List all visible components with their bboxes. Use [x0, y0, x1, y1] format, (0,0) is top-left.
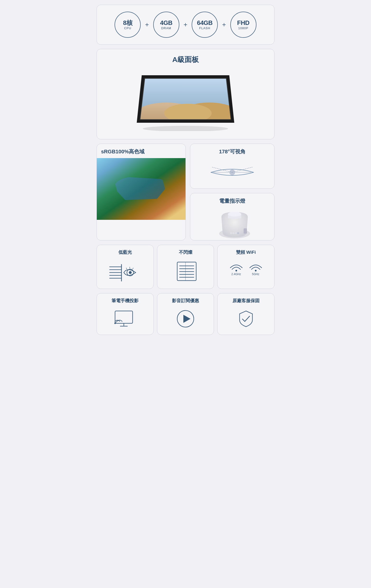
flicker-free-title: 不閃燦: [161, 249, 211, 255]
flash-spec: 64GB FLASH: [192, 12, 218, 38]
wifi-24-label: 2.4GHz: [231, 273, 241, 276]
srgb-title: sRGB100%高色域: [97, 144, 186, 155]
view-angle-title: 178°可視角: [195, 148, 270, 155]
svg-point-20: [232, 232, 234, 234]
svg-line-32: [126, 268, 127, 269]
low-blue-light-icon: [108, 260, 142, 284]
panel-card: A級面板: [97, 49, 274, 139]
three-col-row-1: 低藍光: [97, 245, 274, 289]
wifi-icon: 2.4GHz 5GHz: [229, 260, 263, 276]
cast-icon: [113, 308, 137, 329]
fhd-sub: 1080P: [238, 26, 248, 30]
svg-point-31: [129, 271, 132, 274]
svg-point-10: [171, 202, 177, 211]
plus-1: +: [141, 21, 153, 29]
media-card: 影音訂閱優惠: [157, 293, 214, 335]
svg-rect-44: [115, 311, 133, 323]
power-light-card: 電量指示燈: [190, 193, 274, 241]
media-title: 影音訂閱優惠: [161, 298, 211, 304]
svg-point-6: [101, 203, 108, 213]
flash-main: 64GB: [197, 20, 213, 26]
fhd-main: FHD: [237, 20, 249, 26]
play-icon: [175, 308, 196, 329]
dual-wifi-card: 雙頻 WiFi 2.4GHz: [217, 245, 274, 289]
flicker-free-icon: [171, 260, 200, 284]
svg-line-13: [212, 167, 232, 172]
flicker-free-card: 不閃燦: [157, 245, 214, 289]
low-blue-card: 低藍光: [97, 245, 154, 289]
flash-sub: FLASH: [199, 26, 210, 30]
svg-point-45: [114, 323, 116, 324]
cpu-spec: 8核 CPU: [114, 12, 141, 38]
plus-3: +: [218, 21, 230, 29]
svg-rect-23: [244, 228, 247, 234]
srgb-card: sRGB100%高色域: [97, 144, 186, 241]
power-light-title: 電量指示燈: [195, 198, 270, 205]
specs-card: 8核 CPU + 4GB DRAM + 64GB FLASH + FHD 108…: [97, 5, 274, 45]
two-col-row: sRGB100%高色域: [97, 144, 274, 241]
warranty-title: 原廠客服保固: [221, 298, 271, 304]
panel-title: A級面板: [102, 55, 269, 64]
wifi-5-label: 5GHz: [252, 273, 259, 276]
svg-line-34: [133, 268, 133, 269]
right-col: 178°可視角 電量指示燈: [190, 144, 274, 241]
view-angle-icon: [208, 162, 256, 180]
svg-point-21: [235, 232, 237, 234]
three-col-row-2: 筆電手機投影 影音訂閱優惠: [97, 293, 274, 335]
low-blue-title: 低藍光: [100, 249, 150, 255]
svg-rect-5: [104, 209, 105, 217]
svg-point-22: [237, 232, 239, 234]
plus-2: +: [179, 21, 192, 29]
svg-point-8: [109, 203, 114, 211]
svg-line-14: [232, 167, 252, 172]
cast-card: 筆電手機投影: [97, 293, 154, 335]
cast-title: 筆電手機投影: [100, 298, 150, 304]
wifi-5-item: 5GHz: [249, 260, 263, 276]
cpu-sub: CPU: [124, 26, 131, 30]
svg-rect-9: [173, 208, 175, 217]
power-light-image: [216, 208, 249, 238]
svg-rect-7: [111, 208, 113, 217]
srgb-image: [97, 158, 186, 220]
dram-spec: 4GB DRAM: [153, 12, 179, 38]
monitor-svg: [133, 69, 238, 131]
monitor-visual: [102, 69, 269, 132]
warranty-card: 原廠客服保固: [217, 293, 274, 335]
svg-point-0: [143, 126, 228, 131]
wifi-24-item: 2.4GHz: [229, 260, 243, 276]
fhd-spec: FHD 1080P: [230, 12, 257, 38]
landscape-svg: [97, 158, 186, 220]
svg-point-18: [228, 212, 241, 217]
dual-wifi-title: 雙頻 WiFi: [221, 249, 271, 255]
svg-rect-4: [97, 158, 186, 220]
cpu-main: 8核: [123, 20, 132, 26]
dram-sub: DRAM: [161, 26, 171, 30]
svg-point-42: [235, 270, 237, 272]
dram-main: 4GB: [160, 20, 173, 26]
svg-point-19: [230, 232, 232, 234]
view-angle-card: 178°可視角: [190, 144, 274, 189]
shield-icon: [235, 308, 257, 329]
svg-point-43: [255, 270, 257, 272]
